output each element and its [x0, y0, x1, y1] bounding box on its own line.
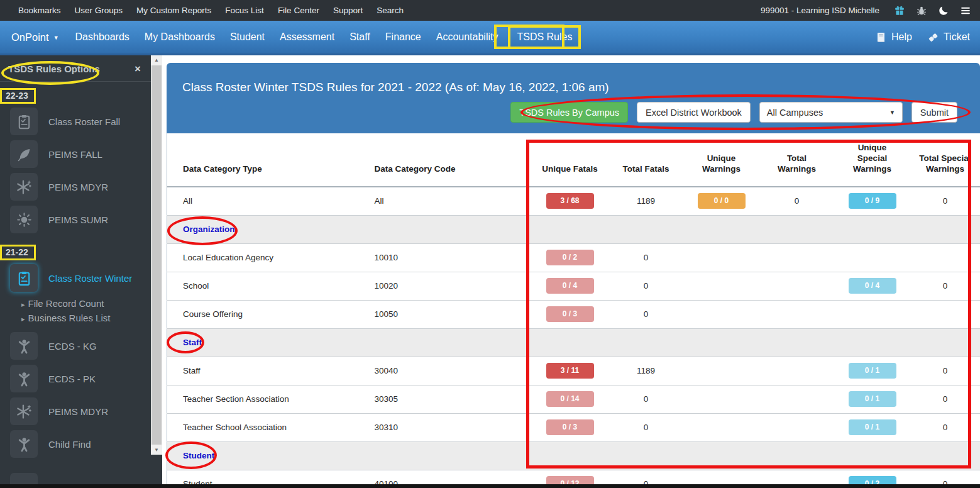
table-header-row: Data Category TypeData Category CodeUniq… — [167, 133, 980, 187]
count-badge[interactable]: 0 / 9 — [849, 193, 896, 209]
year-label-22-23: 22-23 — [0, 88, 36, 104]
cell-category-code: 10050 — [375, 300, 532, 328]
tsds-rules-by-campus-button[interactable]: TSDS Rules By Campus — [510, 102, 628, 123]
sidebar-subitem-file-record-count[interactable]: ▸File Record Count — [21, 297, 151, 311]
help-link[interactable]: Help — [875, 31, 912, 43]
sidebar-item-ecds-pk[interactable]: ECDS - PK — [0, 365, 151, 392]
cell-total-fatals: 0 — [608, 272, 684, 300]
scroll-down-icon[interactable]: ▼ — [151, 447, 162, 453]
cell-category-code: 30310 — [375, 413, 532, 441]
moon-icon[interactable] — [938, 5, 949, 16]
cell-category-code: 10020 — [375, 272, 532, 300]
table-row-all: AllAll3 / 6811890 / 000 / 90 — [167, 187, 980, 215]
count-badge[interactable]: 0 / 2 — [546, 250, 594, 265]
excel-district-workbook-button[interactable]: Excel District Workbook — [637, 102, 751, 123]
top-nav-item-bookmarks[interactable]: Bookmarks — [11, 6, 68, 15]
main-nav-item-dashboards[interactable]: Dashboards — [68, 26, 137, 48]
snowflake-icon — [10, 397, 38, 425]
cell-category-type: Teacher Section Association — [167, 385, 375, 413]
cell-unique-warnings — [684, 413, 759, 441]
sidebar-item-peims-sumr[interactable]: PEIMS SUMR — [0, 206, 151, 233]
sidebar-item-class-roster-winter[interactable]: Class Roster Winter — [0, 264, 151, 292]
scroll-up-icon[interactable]: ▲ — [151, 57, 162, 63]
count-badge[interactable]: 0 / 4 — [546, 278, 594, 294]
campus-select[interactable]: All Campuses ▼ — [759, 102, 903, 123]
cell-category-code: 10010 — [375, 243, 532, 272]
main-nav-item-tsds-rules[interactable]: TSDS Rules — [508, 25, 581, 49]
menu-icon[interactable] — [960, 5, 971, 16]
cell-category-code: 30305 — [375, 385, 532, 413]
cell-category-type: School — [167, 272, 375, 300]
count-badge[interactable]: 3 / 11 — [546, 363, 594, 379]
top-nav-item-file-center[interactable]: File Center — [271, 6, 326, 15]
section-label: Student — [183, 451, 214, 460]
cell-total-warnings — [759, 413, 835, 441]
count-badge[interactable]: 3 / 68 — [546, 193, 594, 209]
submit-button[interactable]: Submit — [911, 102, 957, 123]
cell-total-warnings — [759, 300, 835, 328]
person-icon — [10, 332, 38, 360]
cell-total-special-warnings: 0 — [910, 187, 980, 215]
scrollbar-thumb[interactable] — [151, 65, 162, 445]
sidebar-header: TSDS Rules Options × — [0, 55, 151, 81]
count-badge[interactable]: 0 / 4 — [849, 278, 896, 294]
main-nav-item-assessment[interactable]: Assessment — [272, 26, 342, 48]
gift-icon[interactable] — [894, 5, 905, 16]
bug-icon[interactable] — [916, 5, 927, 16]
cell-total-special-warnings — [910, 300, 980, 328]
top-nav-item-user-groups[interactable]: User Groups — [68, 6, 130, 15]
cell-category-type: Course Offering — [167, 300, 375, 328]
sidebar-item-peims-fall[interactable]: PEIMS FALL — [0, 140, 151, 168]
main-nav-item-student[interactable]: Student — [223, 26, 272, 48]
sidebar-item-peims-mdyr[interactable]: PEIMS MDYR — [0, 173, 151, 201]
count-badge[interactable]: 0 / 3 — [546, 419, 594, 435]
sidebar-item-class-roster-fall[interactable]: Class Roster Fall — [0, 108, 151, 135]
count-badge[interactable]: 0 / 14 — [546, 391, 594, 407]
top-nav-item-my-custom-reports[interactable]: My Custom Reports — [129, 6, 218, 15]
cell-unique-warnings — [684, 272, 759, 300]
sidebar-item-peims-mdyr[interactable]: PEIMS MDYR — [0, 397, 151, 425]
section-row-organization: Organization — [167, 215, 980, 243]
main-nav-item-staff[interactable]: Staff — [342, 26, 378, 48]
year-label-21-22: 21-22 — [0, 245, 36, 260]
count-badge[interactable]: 0 / 0 — [698, 193, 746, 209]
caret-right-icon: ▸ — [21, 301, 25, 308]
brand-menu[interactable]: OnPoint ▼ — [11, 31, 59, 43]
column-header-unique-warnings: Unique Warnings — [684, 133, 759, 187]
sun-icon — [10, 206, 38, 233]
close-icon[interactable]: × — [135, 64, 141, 74]
count-badge[interactable]: 0 / 1 — [849, 363, 896, 379]
cell-total-fatals: 1189 — [608, 357, 684, 385]
column-header-data-category-code: Data Category Code — [375, 133, 532, 187]
top-nav-items: BookmarksUser GroupsMy Custom ReportsFoc… — [11, 6, 410, 15]
table-row-teacher-section-association: Teacher Section Association303050 / 1400… — [167, 385, 980, 413]
count-badge[interactable]: 0 / 1 — [849, 419, 896, 435]
table-row-local-education-agency: Local Education Agency100100 / 20 — [167, 243, 980, 272]
cell-total-special-warnings: 0 — [910, 413, 980, 441]
ticket-icon — [927, 31, 939, 43]
sidebar-subitem-business-rules-list[interactable]: ▸Business Rules List — [21, 311, 151, 326]
report-header-panel: Class Roster Winter TSDS Rules for 2021 … — [167, 63, 980, 133]
main-nav-item-my-dashboards[interactable]: My Dashboards — [137, 26, 223, 48]
top-nav-item-search[interactable]: Search — [370, 6, 410, 15]
column-header-total-special-warnings: Total Special Warnings — [910, 133, 980, 187]
count-badge[interactable]: 0 / 1 — [849, 391, 896, 407]
cell-category-code: All — [375, 187, 532, 215]
section-row-student: Student — [167, 441, 980, 470]
sidebar-item-child-find[interactable]: Child Find — [0, 430, 151, 458]
clipboard-icon — [10, 108, 38, 135]
top-nav-item-support[interactable]: Support — [326, 6, 370, 15]
count-badge[interactable]: 0 / 3 — [546, 306, 594, 322]
cell-category-code: 30040 — [375, 357, 532, 385]
user-district-label: 999001 - Learning ISD Michelle — [761, 6, 879, 15]
ticket-link[interactable]: Ticket — [927, 31, 970, 43]
main-nav-item-accountability[interactable]: Accountability — [429, 26, 506, 48]
main-nav-item-finance[interactable]: Finance — [378, 26, 429, 48]
sidebar-item-ecds-kg[interactable]: ECDS - KG — [0, 332, 151, 360]
cell-unique-fatals: 3 / 68 — [532, 187, 608, 215]
top-nav-item-focus-list[interactable]: Focus List — [218, 6, 271, 15]
sidebar-scrollbar[interactable]: ▲ ▼ — [151, 55, 162, 455]
cell-unique-warnings — [684, 300, 759, 328]
table-row-course-offering: Course Offering100500 / 30 — [167, 300, 980, 328]
sidebar-title: TSDS Rules Options — [8, 64, 100, 74]
